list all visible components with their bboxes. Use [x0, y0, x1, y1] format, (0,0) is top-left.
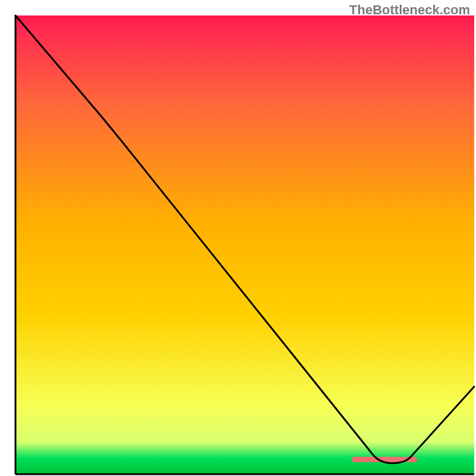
plot-background	[15, 15, 474, 474]
chart-container: TheBottleneck.com	[0, 0, 476, 476]
bottleneck-chart	[0, 0, 476, 476]
watermark-text: TheBottleneck.com	[349, 2, 470, 18]
